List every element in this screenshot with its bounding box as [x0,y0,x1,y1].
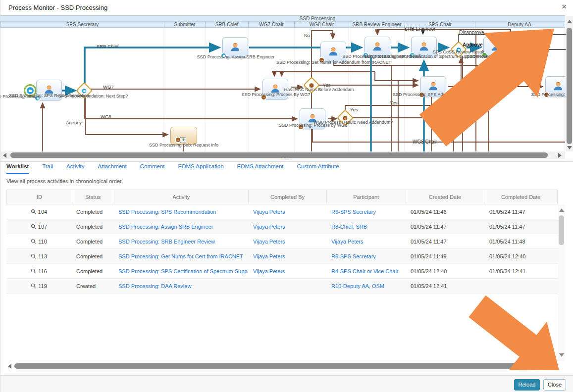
magnifier-icon[interactable] [31,268,36,274]
row-participant-link[interactable]: R8-Chief, SRB [326,219,406,234]
row-id-cell[interactable]: 104 [6,204,71,219]
table-body: 104 Completed SSD Processing: SPS Recomm… [6,204,558,294]
row-participant-link[interactable]: Vijaya Peters [326,234,406,249]
row-activity-link[interactable]: SSD Processing: Get Nums for Cert from I… [113,249,248,264]
row-completed-by-link[interactable]: Vijaya Peters [248,219,326,234]
edge-label-yes-1: Yes [323,82,331,88]
edge-label-yes-2: Yes [350,107,358,112]
reload-button[interactable]: Reload [514,379,540,391]
magnifier-icon[interactable] [31,253,36,259]
node-label: SSD Processing: Get Nums for Addendum fr… [276,60,391,65]
worklist-table: ID Status Activity Completed By Particip… [6,190,558,294]
table-vscrollbar-thumb[interactable] [559,215,564,245]
row-participant-link[interactable]: R6-SPS Secretary [326,249,406,264]
subprocess-request-info[interactable]: + [170,127,197,145]
magnifier-icon[interactable] [31,239,36,244]
diagram-vscrollbar[interactable] [566,16,573,151]
row-created-date: 01/05/24 12:40 [406,264,484,279]
tab-custom-attribute[interactable]: Custom Attribute [297,163,339,174]
row-id: 113 [38,249,47,264]
row-completed-by-link[interactable]: Vijaya Peters [248,234,326,249]
table-row: 116 Completed SSD Processing: SPS Certif… [6,264,558,279]
table-row: 113 Completed SSD Processing: Get Nums f… [6,249,558,264]
col-header-completed-by[interactable]: Completed By [248,190,326,204]
close-button[interactable]: Close [543,379,566,391]
footer-bar: Reload Close [0,375,573,392]
node-label: SPS Recommendation: Next Step? [58,94,128,98]
row-id-cell[interactable]: 116 [6,264,71,279]
tab-comment[interactable]: Comment [140,163,165,174]
row-id: 107 [38,219,47,234]
tab-activity[interactable]: Activity [66,163,84,174]
scroll-down-icon[interactable] [559,353,564,357]
tab-edms-application[interactable]: EDMS Application [178,163,224,174]
row-completed-date: 01/05/24 12:41 [484,264,558,279]
row-status: Completed [71,264,113,279]
person-icon [230,41,241,54]
diagram-vscrollbar-thumb[interactable] [567,28,572,144]
row-activity-link[interactable]: SSD Processing: Assign SRB Engineer [113,219,248,234]
node-label: SSD Processing: Process By WG7 [241,92,310,97]
row-completed-date: 01/05/24 11:47 [484,219,558,234]
row-activity-link[interactable]: SSD Processing: DAA Review [113,279,248,294]
col-header-id[interactable]: ID [7,190,72,204]
scroll-up-icon[interactable] [559,208,564,212]
row-participant-link[interactable]: R4-SPS Chair or Vice Chair [326,264,406,279]
col-header-created-date[interactable]: Created Date [406,190,484,204]
row-status: Completed [71,234,113,249]
row-activity-link[interactable]: SSD Processing: SPS Certification of Spe… [113,264,248,279]
col-header-activity[interactable]: Activity [114,190,249,204]
scroll-left-icon[interactable] [3,153,6,158]
tab-trail[interactable]: Trail [42,163,53,174]
row-status: Completed [71,219,113,234]
edge-label-approve-2: Approve [487,83,506,88]
row-participant-link[interactable]: R6-SPS Secretary [326,204,406,219]
scroll-left-icon[interactable] [8,364,11,369]
magnifier-icon[interactable] [31,209,36,214]
col-header-completed-date[interactable]: Completed Date [484,190,557,204]
person-icon [328,46,339,58]
table-hscrollbar-thumb[interactable] [14,363,540,369]
tab-edms-attachment[interactable]: EDMS Attachment [237,163,284,174]
panel-splitter-handle[interactable]: :::::::: [273,157,301,160]
row-created-date: 01/05/24 12:41 [406,279,484,294]
row-id-cell[interactable]: 119 [6,279,71,294]
node-label: SSD Processing: SPS Addendum Review [393,92,475,97]
table-row: 104 Completed SSD Processing: SPS Recomm… [6,204,558,219]
row-completed-date: 01/05/24 11:47 [484,204,558,219]
edge-label-srb-chief: SRB Chief [97,44,118,49]
scroll-right-icon[interactable] [558,153,562,158]
row-created-date: 01/05/24 11:47 [406,219,484,234]
col-header-participant[interactable]: Participant [326,190,406,204]
scroll-up-icon[interactable] [567,20,572,23]
process-diagram: SSD Processing: Start SSD Processing: SP… [0,0,573,152]
row-activity-link[interactable]: SSD Processing: SPS Recommendation [113,204,248,219]
edge-label-result: Result [531,49,545,54]
row-status: Completed [71,204,113,219]
magnifier-icon[interactable] [31,283,36,289]
node-label: Has IRAC Nums Before Addendum [284,87,354,92]
table-row: 119 Created SSD Processing: DAA Review R… [6,279,558,294]
row-activity-link[interactable]: SSD Processing: SRB Engineer Review [113,234,248,249]
node-label: SSD Processing Sub: Request Info [149,143,218,147]
task-get-nums-addendum[interactable] [320,42,346,62]
tab-attachment[interactable]: Attachment [98,163,127,174]
magnifier-icon[interactable] [31,224,36,229]
row-participant-link[interactable]: R10-Deputy AA, OSM [326,279,406,294]
row-completed-by-link[interactable]: Vijaya Peters [248,249,326,264]
row-id-cell[interactable]: 113 [6,249,71,264]
row-completed-by-link[interactable] [248,279,326,294]
scroll-right-icon[interactable] [551,364,555,369]
row-id-cell[interactable]: 107 [6,219,71,234]
col-header-status[interactable]: Status [72,190,114,204]
scroll-down-icon[interactable] [567,146,572,149]
row-completed-by-link[interactable]: Vijaya Peters [248,204,326,219]
row-id-cell[interactable]: 110 [6,234,71,249]
row-completed-by-link[interactable]: Vijaya Peters [248,264,326,279]
row-status: Created [71,279,113,294]
process-monitor-window: Process Monitor - SSD Processing × SSD P… [0,0,573,392]
tab-worklist[interactable]: Worklist [6,163,29,174]
table-vscrollbar[interactable] [558,204,565,361]
table-hscrollbar[interactable] [6,362,558,370]
row-id: 110 [38,234,47,249]
